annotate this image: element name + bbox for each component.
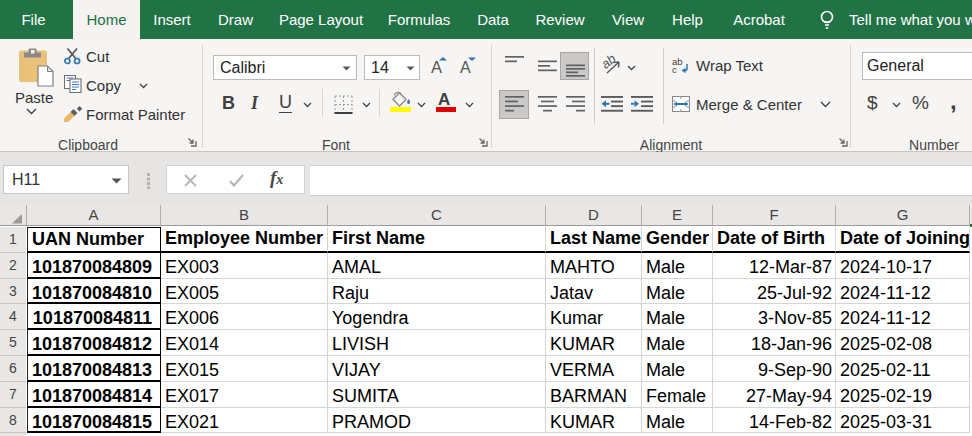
svg-text:c: c	[672, 64, 677, 74]
